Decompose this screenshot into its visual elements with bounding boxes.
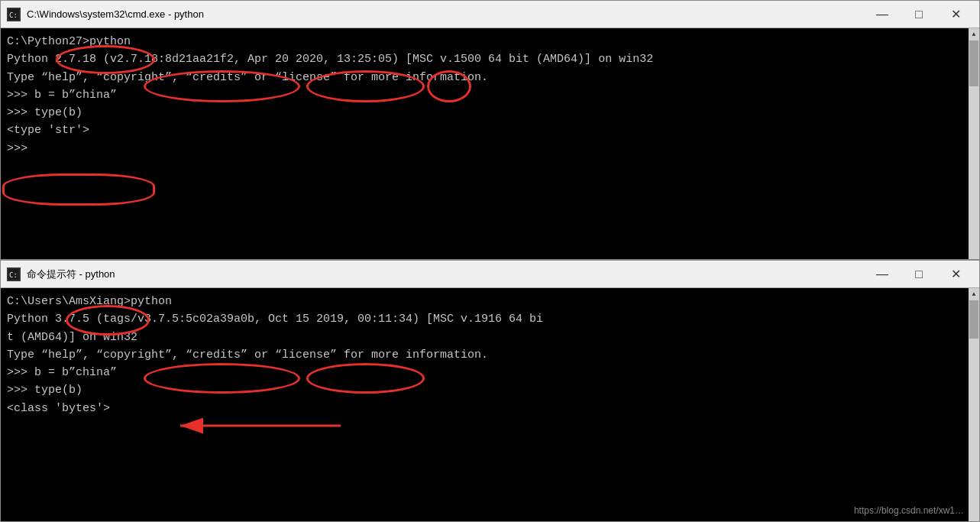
window-title-1: C:\Windows\system32\cmd.exe - python xyxy=(27,8,865,20)
minimize-btn-2[interactable]: — xyxy=(865,263,900,286)
title-bar-buttons-1: — □ ✕ xyxy=(865,3,973,26)
watermark: https://blog.csdn.net/xw1… xyxy=(854,504,964,518)
close-btn-2[interactable]: ✕ xyxy=(938,263,973,286)
line-1-3: Type “help”, “copyright”, “credits” or “… xyxy=(7,69,962,86)
terminal-wrapper-1: C:\Python27>python Python 2.7.18 (v2.7.1… xyxy=(1,28,979,259)
line-2-2b: t (AMD64)] on win32 xyxy=(7,329,962,346)
line-2-6: <class 'bytes'> xyxy=(7,400,962,417)
line-2-1: C:\Users\AmsXiang>python xyxy=(7,293,962,310)
line-1-4: >>> b = b”china” xyxy=(7,86,962,104)
maximize-btn-2[interactable]: □ xyxy=(901,263,936,286)
title-bar-1: C: C:\Windows\system32\cmd.exe - python … xyxy=(1,1,979,28)
terminal-content-2: C:\Users\AmsXiang>python Python 3.7.5 (t… xyxy=(7,293,962,417)
window-2: C: 命令提示符 - python — □ ✕ C:\Users\AmsXian… xyxy=(0,260,980,522)
line-2-4: >>> b = b”china” xyxy=(7,364,962,381)
scroll-thumb-1[interactable] xyxy=(969,41,978,86)
line-2-5: >>> type(b) xyxy=(7,381,962,399)
maximize-btn-1[interactable]: □ xyxy=(901,3,936,26)
line-1-7: >>> xyxy=(7,140,962,157)
terminal-2[interactable]: C:\Users\AmsXiang>python Python 3.7.5 (t… xyxy=(1,288,979,521)
scroll-up-1[interactable]: ▲ xyxy=(969,28,979,39)
window-1: C: C:\Windows\system32\cmd.exe - python … xyxy=(0,0,980,260)
scroll-thumb-2[interactable] xyxy=(969,300,978,339)
title-bar-2: C: 命令提示符 - python — □ ✕ xyxy=(1,261,979,288)
svg-text:C:: C: xyxy=(9,11,18,19)
svg-text:C:: C: xyxy=(9,271,18,279)
line-1-6: <type 'str'> xyxy=(7,122,962,139)
scrollbar-2[interactable]: ▲ xyxy=(969,288,979,521)
line-1-2: Python 2.7.18 (v2.7.18:8d21aa21f2, Apr 2… xyxy=(7,50,962,68)
line-1-1: C:\Python27>python xyxy=(7,33,962,50)
terminal-content-1: C:\Python27>python Python 2.7.18 (v2.7.1… xyxy=(7,33,962,157)
title-bar-buttons-2: — □ ✕ xyxy=(865,263,973,286)
cmd-icon-2: C: xyxy=(7,267,21,281)
line-2-3: Type “help”, “copyright”, “credits” or “… xyxy=(7,346,962,364)
scroll-up-2[interactable]: ▲ xyxy=(969,288,979,299)
minimize-btn-1[interactable]: — xyxy=(865,3,900,26)
line-2-2: Python 3.7.5 (tags/v3.7.5:5c02a39a0b, Oc… xyxy=(7,310,962,328)
circle-type-str xyxy=(2,173,155,206)
terminal-wrapper-2: C:\Users\AmsXiang>python Python 3.7.5 (t… xyxy=(1,288,979,521)
close-btn-1[interactable]: ✕ xyxy=(938,3,973,26)
cmd-icon-1: C: xyxy=(7,8,21,21)
line-1-5: >>> type(b) xyxy=(7,104,962,122)
terminal-1[interactable]: C:\Python27>python Python 2.7.18 (v2.7.1… xyxy=(1,28,979,259)
window-title-2: 命令提示符 - python xyxy=(27,267,865,281)
scrollbar-1[interactable]: ▲ xyxy=(969,28,979,259)
